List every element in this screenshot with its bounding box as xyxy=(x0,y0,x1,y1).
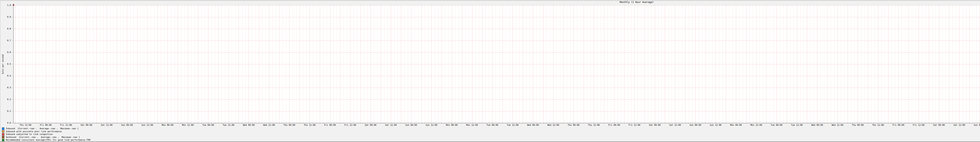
y-axis-tick xyxy=(11,76,13,76)
y-axis-label: 0.7 xyxy=(5,40,11,42)
x-axis-label: Sun 00:00 xyxy=(971,124,980,126)
y-axis-label: 0.4 xyxy=(5,75,11,77)
x-axis-label: Thu 12:00 xyxy=(301,124,318,126)
x-axis-label: Mon 00:00 xyxy=(159,124,177,126)
y-axis-label: 0.9 xyxy=(5,16,11,18)
y-axis-label: 0.5 xyxy=(5,63,11,65)
x-axis-tick xyxy=(482,123,482,124)
x-axis-label: Thu 00:00 xyxy=(280,124,298,126)
x-axis-label: Fri 12:00 xyxy=(57,124,75,126)
x-axis-line xyxy=(13,123,980,123)
x-axis-tick xyxy=(299,123,300,124)
gridline-horizontal-major xyxy=(13,88,980,88)
x-axis-label: Tue 12:00 xyxy=(220,124,237,126)
x-axis-label: Tue 00:00 xyxy=(199,124,217,126)
legend-label: Outbound [Current--nan , Average--nan , … xyxy=(6,136,80,139)
x-axis-label: Mon 12:00 xyxy=(748,124,765,126)
x-axis-label: Sun 12:00 xyxy=(707,124,724,126)
y-axis-label: 0.1 xyxy=(5,110,11,112)
x-axis-label: Fri 12:00 xyxy=(341,124,359,126)
legend-swatch-icon xyxy=(2,130,4,132)
x-axis-tick xyxy=(360,123,361,124)
x-axis-label: Sun 00:00 xyxy=(118,124,136,126)
gridline-horizontal-major xyxy=(13,64,980,64)
x-axis-label: Tue 00:00 xyxy=(768,124,785,126)
y-axis-tick xyxy=(11,123,13,123)
x-axis-tick xyxy=(807,123,807,124)
x-axis-tick xyxy=(239,123,239,124)
x-axis-tick xyxy=(117,123,117,124)
x-axis-label: Fri 00:00 xyxy=(37,124,55,126)
x-axis-label: Sat 00:00 xyxy=(930,124,948,126)
y-axis-title: bits per second xyxy=(2,54,4,74)
x-axis-label: Mon 00:00 xyxy=(443,124,461,126)
bandwidth-graph: Monthly (1 Hour Average) bits per second… xyxy=(0,0,980,142)
legend-item: Inbound subjected to link congestion xyxy=(2,133,52,136)
legend-label: Inbound [Current--nan , Average--nan , M… xyxy=(6,127,79,130)
x-axis-label: Sun 12:00 xyxy=(138,124,156,126)
x-axis-label: Wed 12:00 xyxy=(544,124,562,126)
x-axis-label: Wed 00:00 xyxy=(240,124,258,126)
x-axis-label: Sat 00:00 xyxy=(78,124,95,126)
x-axis-label: Sat 00:00 xyxy=(362,124,379,126)
y-axis-tick xyxy=(11,111,13,112)
x-axis-tick xyxy=(401,123,401,124)
legend-swatch-icon xyxy=(2,139,4,141)
x-axis-tick xyxy=(746,123,746,124)
chart-title: Monthly (1 Hour Average) xyxy=(0,1,980,4)
x-axis-label: Sat 00:00 xyxy=(646,124,663,126)
x-axis-label: Sun 00:00 xyxy=(687,124,704,126)
x-axis-tick xyxy=(523,123,523,124)
x-axis-tick xyxy=(76,123,76,124)
plot-area xyxy=(13,5,980,123)
x-axis-label: Mon 12:00 xyxy=(463,124,481,126)
x-axis-label: Wed 12:00 xyxy=(260,124,278,126)
x-axis-label: Sun 00:00 xyxy=(402,124,420,126)
x-axis-label: Thu 00:00 xyxy=(565,124,582,126)
x-axis-tick xyxy=(584,123,584,124)
x-axis-tick xyxy=(15,123,16,124)
legend-label: Inbound subjected to link congestion xyxy=(6,133,52,136)
x-axis-label: Tue 12:00 xyxy=(504,124,522,126)
gridline-horizontal-major xyxy=(13,76,980,76)
x-axis-label: Thu 12:00 xyxy=(869,124,887,126)
x-axis-tick xyxy=(198,123,198,124)
gridline-horizontal-major xyxy=(13,99,980,100)
legend-item: Outbound [Current--nan , Average--nan , … xyxy=(2,136,80,139)
x-axis-tick xyxy=(96,123,97,124)
x-axis-tick xyxy=(178,123,178,124)
y-axis-tick xyxy=(11,88,13,88)
x-axis-label: Wed 00:00 xyxy=(524,124,542,126)
x-axis-label: Fri 12:00 xyxy=(626,124,643,126)
y-axis-label: 0.6 xyxy=(5,51,11,54)
x-axis-tick xyxy=(685,123,686,124)
x-axis-tick xyxy=(644,123,645,124)
y-axis-label: 0.2 xyxy=(5,98,11,101)
legend-item: Inbound [Current--nan , Average--nan , M… xyxy=(2,127,79,130)
x-axis-label: Wed 00:00 xyxy=(808,124,826,126)
x-axis-label: Sat 12:00 xyxy=(666,124,684,126)
x-axis-label: Thu 00:00 xyxy=(849,124,867,126)
legend-swatch-icon xyxy=(2,133,4,136)
frame-bevel-left xyxy=(0,0,0,142)
y-axis-label: 0.3 xyxy=(5,86,11,89)
legend-swatch-icon xyxy=(2,136,4,138)
x-axis-label: Thu 12:00 xyxy=(17,124,34,126)
legend-item: Recommended consistent average(75%) for … xyxy=(2,139,90,141)
legend-label: Inbound with possible poor link performa… xyxy=(6,130,62,133)
y-axis-line xyxy=(13,5,14,123)
x-axis-label: Fri 12:00 xyxy=(910,124,928,126)
x-axis-label: Wed 12:00 xyxy=(829,124,846,126)
x-axis-tick xyxy=(848,123,848,124)
y-axis-tick xyxy=(11,64,13,64)
legend-swatch-icon xyxy=(2,128,4,130)
x-axis-label: Mon 12:00 xyxy=(179,124,197,126)
x-axis-label: Fri 00:00 xyxy=(321,124,339,126)
y-axis-label: 1.0 xyxy=(5,4,11,6)
x-axis-tick xyxy=(462,123,462,124)
x-axis-label: Sat 12:00 xyxy=(98,124,115,126)
x-axis-tick xyxy=(787,123,787,124)
x-axis-label: Sun 12:00 xyxy=(423,124,440,126)
x-axis-label: Fri 00:00 xyxy=(605,124,623,126)
x-axis-label: Tue 12:00 xyxy=(788,124,806,126)
